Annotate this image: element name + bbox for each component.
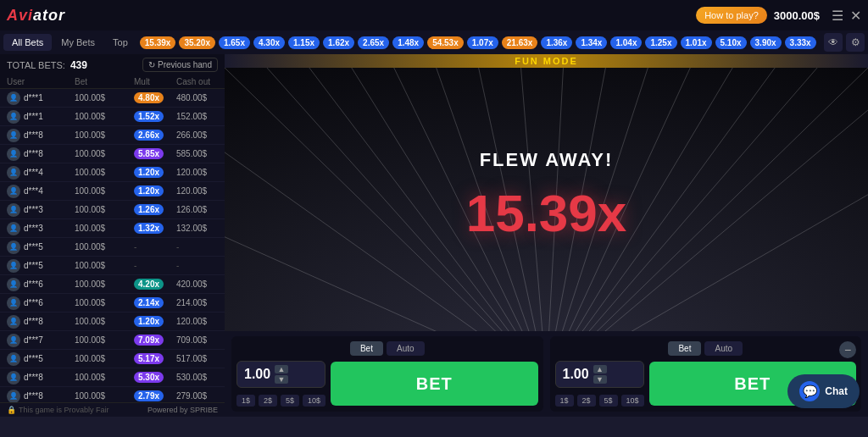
username: d***6 — [24, 279, 43, 289]
left-quick-1[interactable]: 1$ — [236, 395, 255, 407]
mult-badge-16[interactable]: 5.10x — [715, 36, 747, 49]
avatar: 👤 — [7, 185, 20, 198]
mult-value: 2.79x — [134, 390, 164, 401]
mult-badge-17[interactable]: 3.90x — [750, 36, 782, 49]
left-quick-10[interactable]: 10$ — [303, 395, 326, 407]
mult-badge-10[interactable]: 21.63x — [502, 36, 538, 49]
right-quick-2[interactable]: 2$ — [577, 395, 596, 407]
left-amount-controls: ▲ ▼ — [275, 365, 288, 384]
right-amount-up[interactable]: ▲ — [593, 365, 607, 373]
left-bet-tab[interactable]: Bet — [350, 341, 383, 356]
right-amount-box: 1.00 ▲ ▼ — [555, 361, 644, 388]
username: d***4 — [24, 168, 43, 177]
mult-badge-13[interactable]: 1.04x — [610, 36, 642, 49]
mult-value: 2.66x — [134, 130, 164, 141]
left-amount-down[interactable]: ▼ — [275, 375, 288, 384]
left-panel-tabs: Bet Auto — [236, 341, 538, 356]
table-row: 👤d***8 100.00$ 2.66x 266.00$ — [0, 126, 225, 145]
mult-badge-5[interactable]: 1.62x — [323, 36, 354, 49]
avatar: 👤 — [7, 371, 20, 384]
table-row: 👤d***8 100.00$ 5.85x 585.00$ — [0, 145, 225, 163]
mult-value: 5.85x — [134, 148, 164, 159]
eye-icon-btn[interactable]: 👁 — [824, 33, 843, 52]
cashout-value: 214.00$ — [176, 298, 225, 307]
mult-badge-1[interactable]: 35.20x — [179, 36, 215, 49]
bet-amount: 100.00$ — [75, 261, 134, 270]
cashout-value: 530.00$ — [176, 373, 225, 382]
right-quick-1[interactable]: 1$ — [555, 395, 574, 407]
close-icon[interactable]: ✕ — [850, 8, 861, 24]
left-panel: TOTAL BETS: 439 ↻ Previous hand User Bet… — [0, 54, 225, 417]
mult-value: 4.80x — [134, 92, 164, 103]
bet-amount: 100.00$ — [75, 279, 134, 289]
bet-amount: 100.00$ — [75, 112, 134, 121]
tab-my-bets[interactable]: My Bets — [53, 34, 103, 51]
mult-badge-6[interactable]: 2.65x — [358, 36, 389, 49]
mult-badge-3[interactable]: 4.30x — [253, 36, 285, 49]
right-amount-down[interactable]: ▼ — [593, 375, 607, 384]
right-panel-close-button[interactable]: − — [839, 341, 856, 358]
bet-amount: 100.00$ — [75, 149, 134, 158]
left-quick-2[interactable]: 2$ — [259, 395, 277, 407]
right-quick-10[interactable]: 10$ — [621, 395, 644, 407]
username: d***1 — [24, 93, 43, 102]
mult-value: 5.17x — [134, 353, 164, 364]
bet-amount: 100.00$ — [75, 373, 134, 382]
provably-fair: 🔒 This game is Provably Fair — [7, 406, 109, 414]
right-quick-5[interactable]: 5$ — [599, 395, 618, 407]
avatar: 👤 — [7, 129, 20, 142]
right-quick-amounts: 1$ 2$ 5$ 10$ — [555, 395, 644, 407]
tab-all-bets[interactable]: All Bets — [3, 34, 52, 51]
provably-fair-label: This game is Provably Fair — [19, 406, 109, 414]
cashout-value: 480.00$ — [176, 93, 225, 102]
table-row: 👤d***8 100.00$ 2.79x 279.00$ — [0, 387, 225, 402]
left-auto-tab[interactable]: Auto — [387, 341, 425, 356]
left-quick-5[interactable]: 5$ — [281, 395, 299, 407]
bet-amount: 100.00$ — [75, 354, 134, 363]
cashout-value: 517.00$ — [176, 354, 225, 363]
settings-icon-btn[interactable]: ⚙ — [846, 33, 865, 52]
mult-badge-0[interactable]: 15.39x — [140, 36, 176, 49]
mult-badge-2[interactable]: 1.65x — [219, 36, 250, 49]
menu-icon[interactable]: ☰ — [832, 8, 843, 24]
table-row: 👤d***3 100.00$ 1.26x 126.00$ — [0, 201, 225, 219]
how-to-play-button[interactable]: How to play? — [696, 7, 767, 24]
username: d***8 — [24, 149, 43, 158]
mult-badge-12[interactable]: 1.34x — [576, 36, 607, 49]
bet-amount: 100.00$ — [75, 205, 134, 214]
tab-top[interactable]: Top — [104, 34, 136, 51]
bet-amount: 100.00$ — [75, 93, 134, 102]
mult-badge-18[interactable]: 3.33x — [785, 36, 816, 49]
right-bet-tab[interactable]: Bet — [668, 341, 701, 356]
mult-badge-4[interactable]: 1.15x — [288, 36, 320, 49]
username: d***4 — [24, 186, 43, 196]
left-amount-up[interactable]: ▲ — [275, 365, 288, 373]
mult-value: 1.52x — [134, 111, 164, 122]
table-row: 👤d***7 100.00$ 7.09x 709.00$ — [0, 331, 225, 350]
fun-mode-banner: FUN MODE — [225, 54, 868, 68]
mult-badge-8[interactable]: 54.53x — [427, 36, 464, 49]
right-auto-tab[interactable]: Auto — [704, 341, 743, 356]
mult-badge-15[interactable]: 1.01x — [681, 36, 712, 49]
mult-badge-7[interactable]: 1.48x — [392, 36, 424, 49]
chat-button[interactable]: 💬 Chat — [787, 374, 860, 408]
cashout-value: 279.00$ — [176, 391, 225, 401]
prev-hand-button[interactable]: ↻ Previous hand — [142, 58, 218, 72]
left-bet-button[interactable]: BET — [331, 362, 537, 406]
cashout-value: 152.00$ — [176, 112, 225, 121]
avatar: 👤 — [7, 222, 20, 235]
mult-badge-14[interactable]: 1.25x — [645, 36, 676, 49]
table-row: 👤d***5 100.00$ - - — [0, 238, 225, 257]
mult-value: 1.20x — [134, 167, 164, 178]
bet-controls: Bet Auto 1.00 ▲ ▼ 1$ — [225, 331, 868, 417]
game-multiplier-display: 15.39x — [466, 183, 627, 243]
avatar: 👤 — [7, 334, 20, 347]
mult-value: 1.20x — [134, 316, 164, 327]
avatar: 👤 — [7, 241, 20, 254]
mult-badge-11[interactable]: 1.36x — [541, 36, 572, 49]
cashout-value: 420.00$ — [176, 279, 225, 289]
mult-badge-9[interactable]: 1.07x — [467, 36, 498, 49]
username: d***1 — [24, 112, 43, 121]
bet-amount: 100.00$ — [75, 335, 134, 345]
avatar: 👤 — [7, 296, 20, 310]
